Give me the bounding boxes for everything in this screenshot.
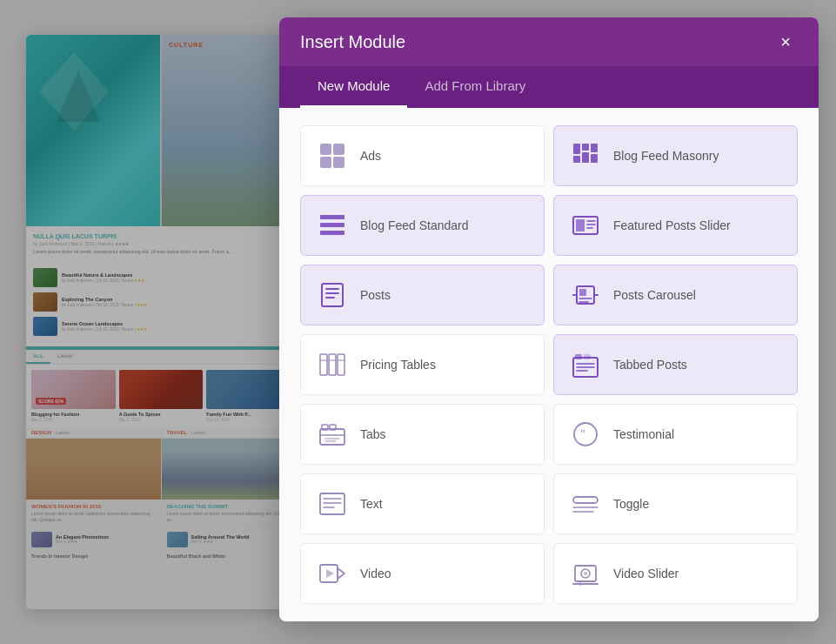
svg-rect-23	[579, 289, 586, 296]
blog-standard-icon	[317, 210, 348, 241]
module-item-posts-carousel[interactable]: Posts Carousel	[553, 265, 798, 325]
text-icon	[317, 488, 348, 520]
module-item-toggle[interactable]: Toggle	[553, 473, 798, 534]
svg-marker-57	[326, 569, 334, 578]
svg-rect-10	[320, 215, 344, 219]
svg-point-60	[584, 572, 587, 575]
posts-carousel-icon	[570, 279, 601, 311]
module-item-video-slider[interactable]: Video Slider	[553, 543, 798, 604]
modal-tabs[interactable]: New Module Add From Library	[279, 66, 819, 108]
svg-rect-35	[575, 354, 582, 359]
module-item-ads[interactable]: Ads	[300, 125, 545, 186]
tab-new-module[interactable]: New Module	[300, 66, 407, 108]
module-item-blog-feed-masonry[interactable]: Blog Feed Masonry	[553, 125, 798, 186]
blog-masonry-icon	[570, 140, 601, 171]
module-label: Posts Carousel	[613, 288, 696, 302]
modal-overlay: Insert Module × New Module Add From Libr…	[0, 0, 836, 644]
modal-title: Insert Module	[300, 32, 405, 52]
module-item-featured-posts-slider[interactable]: Featured Posts Slider	[553, 195, 798, 256]
svg-rect-29	[329, 354, 336, 375]
module-label: Blog Feed Standard	[360, 218, 469, 232]
ads-icon	[317, 140, 348, 171]
module-label: Video	[360, 567, 391, 580]
module-item-blog-feed-standard[interactable]: Blog Feed Standard	[300, 195, 545, 256]
svg-rect-3	[333, 157, 344, 168]
svg-rect-12	[320, 231, 344, 235]
video-slider-icon	[570, 558, 601, 589]
module-label: Ads	[360, 149, 381, 163]
testimonial-icon: "	[570, 419, 601, 450]
svg-marker-56	[338, 568, 344, 579]
featured-slider-icon	[570, 210, 601, 241]
svg-rect-14	[576, 219, 585, 231]
module-label: Testimonial	[613, 427, 674, 441]
insert-module-modal: Insert Module × New Module Add From Libr…	[279, 17, 819, 621]
svg-rect-5	[582, 144, 589, 151]
module-item-pricing-tables[interactable]: Pricing Tables	[300, 334, 545, 395]
module-item-posts[interactable]: Posts	[300, 265, 545, 325]
module-item-text[interactable]: Text	[300, 473, 545, 534]
module-label: Video Slider	[613, 567, 679, 580]
pricing-icon	[317, 349, 348, 380]
svg-rect-30	[338, 354, 344, 375]
svg-rect-11	[320, 223, 344, 227]
svg-rect-4	[573, 144, 580, 154]
module-label: Tabs	[360, 427, 386, 441]
tabs-icon	[317, 419, 348, 450]
svg-rect-48	[320, 493, 344, 514]
svg-text:": "	[580, 428, 585, 441]
toggle-icon	[570, 488, 601, 520]
svg-rect-52	[573, 497, 598, 503]
tab-add-from-library[interactable]: Add From Library	[407, 66, 543, 108]
module-label: Toggle	[613, 497, 649, 511]
module-label: Posts	[360, 288, 391, 302]
tabbed-posts-icon	[570, 349, 601, 380]
svg-point-46	[574, 423, 597, 446]
svg-rect-2	[320, 157, 331, 168]
module-item-tabbed-posts[interactable]: Tabbed Posts	[553, 334, 798, 395]
svg-rect-1	[333, 144, 344, 155]
svg-rect-8	[582, 152, 589, 163]
svg-rect-9	[591, 154, 598, 163]
svg-rect-18	[322, 284, 343, 306]
module-label: Tabbed Posts	[613, 358, 687, 372]
svg-rect-6	[591, 144, 598, 152]
svg-rect-28	[320, 354, 327, 375]
module-item-testimonial[interactable]: " Testimonial	[553, 404, 798, 465]
module-label: Featured Posts Slider	[613, 218, 731, 232]
svg-point-62	[579, 582, 582, 586]
svg-rect-40	[320, 429, 344, 445]
modal-close-button[interactable]: ×	[773, 30, 798, 54]
modal-body: Ads Blog Feed Masonry	[279, 108, 819, 621]
module-label: Text	[360, 497, 383, 511]
module-item-video[interactable]: Video	[300, 543, 545, 604]
svg-rect-0	[320, 144, 331, 155]
module-label: Blog Feed Masonry	[613, 149, 719, 163]
module-label: Pricing Tables	[360, 358, 436, 372]
module-grid: Ads Blog Feed Masonry	[300, 125, 798, 604]
module-item-tabs[interactable]: Tabs	[300, 404, 545, 465]
svg-rect-36	[584, 354, 591, 359]
posts-icon	[317, 279, 348, 311]
video-icon	[317, 558, 348, 589]
svg-rect-7	[573, 156, 580, 163]
modal-header: Insert Module ×	[279, 17, 819, 66]
